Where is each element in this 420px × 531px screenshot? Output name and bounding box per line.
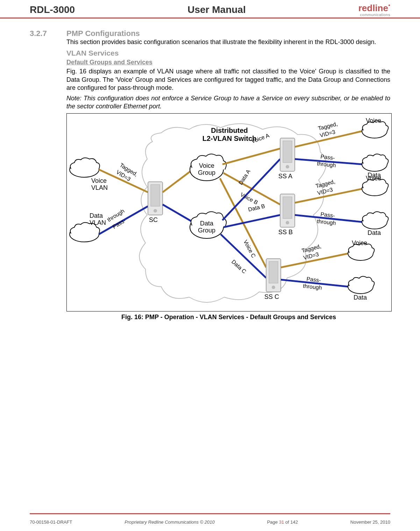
label-voice-right-c: Voice [352, 239, 367, 246]
label-data-right-c: Data [354, 294, 367, 301]
page-header: RDL-3000 User Manual redline● communicat… [0, 0, 420, 19]
label-voice-vlan-1: Voice [91, 177, 107, 184]
label-data-group-2: Group [198, 227, 215, 234]
footer-left: 70-00158-01-DRAFT [30, 519, 72, 525]
svg-rect-11 [283, 197, 292, 218]
diagram-title-1: Distributed [211, 127, 248, 134]
diagram-title-2: L2-VLAN Switch [202, 135, 256, 142]
label-data-vlan-1: Data [90, 212, 103, 219]
subheading-vlan-services: VLAN Services [66, 49, 390, 57]
device-ss-b-icon [280, 194, 295, 227]
figure-caption: Fig. 16: PMP - Operation - VLAN Services… [66, 314, 391, 321]
label-sc: SC [149, 216, 158, 223]
cloud-icon [140, 124, 326, 302]
content-area: 3.2.7 PMP Configurations This section pr… [0, 19, 420, 321]
footer-center: Proprietary Redline Communications © 201… [124, 519, 214, 525]
label-data-vlan-2: VLAN [90, 219, 106, 226]
footer-date: November 25, 2010 [350, 519, 390, 525]
figure-16: Distributed L2-VLAN Switch Voice VLAN Da… [66, 113, 392, 311]
section-note: Note: This configuration does not enforc… [66, 94, 390, 111]
label-ss-a: SS A [278, 173, 292, 180]
subheading-default-groups: Default Groups and Services [66, 59, 390, 66]
logo-dot-icon: ● [388, 3, 390, 7]
label-tagged-a-1: Tagged, [318, 121, 338, 131]
device-sc-icon [148, 182, 163, 215]
footer-page: Page 31 of 142 [267, 519, 298, 525]
footer-page-of: of 142 [284, 519, 298, 525]
svg-point-9 [286, 165, 289, 168]
page-footer: 70-00158-01-DRAFT Proprietary Redline Co… [30, 519, 390, 525]
logo-subtext: communications [358, 13, 390, 17]
footer-rule [30, 513, 390, 514]
svg-point-4 [154, 209, 157, 213]
label-ss-b: SS B [278, 229, 293, 236]
cloud-data-c [348, 277, 374, 294]
device-ss-c-icon [266, 259, 281, 292]
label-voice-right-b: Voice [366, 175, 381, 182]
header-doc-type: User Manual [187, 4, 246, 17]
label-data-group-1: Data [200, 220, 214, 227]
cloud-data-a [362, 154, 388, 172]
page: RDL-3000 User Manual redline● communicat… [0, 0, 420, 531]
logo-word: redline [358, 3, 388, 13]
svg-rect-3 [151, 185, 160, 206]
label-voice-group-2: Group [198, 169, 215, 176]
header-model: RDL-3000 [30, 4, 75, 17]
header-logo: redline● communications [358, 3, 390, 17]
svg-point-15 [272, 286, 275, 289]
section-title: PMP Configurations [66, 29, 140, 38]
label-voice-vlan-2: VLAN [91, 184, 108, 191]
section-body: Fig. 16 displays an example of VLAN usag… [66, 67, 390, 92]
section-number: 3.2.7 [30, 29, 66, 38]
section-intro: This section provides basic configuratio… [66, 38, 390, 46]
svg-point-12 [286, 221, 289, 224]
cloud-voice-vlan [70, 158, 100, 178]
logo-text: redline● [358, 3, 390, 13]
footer-page-label: Page [267, 519, 279, 525]
device-ss-a-icon [280, 138, 295, 171]
cloud-data-b [362, 212, 388, 229]
svg-rect-8 [283, 141, 292, 163]
svg-rect-14 [269, 261, 278, 283]
label-voice-group-1: Voice [199, 162, 214, 169]
diagram-svg: Distributed L2-VLAN Switch Voice VLAN Da… [67, 114, 391, 311]
label-ss-c: SS C [264, 293, 279, 300]
footer-page-current: 31 [279, 519, 284, 525]
section-heading-row: 3.2.7 PMP Configurations [30, 29, 390, 38]
label-data-right-b: Data [368, 229, 381, 236]
label-voice-right-a: Voice [366, 117, 381, 124]
